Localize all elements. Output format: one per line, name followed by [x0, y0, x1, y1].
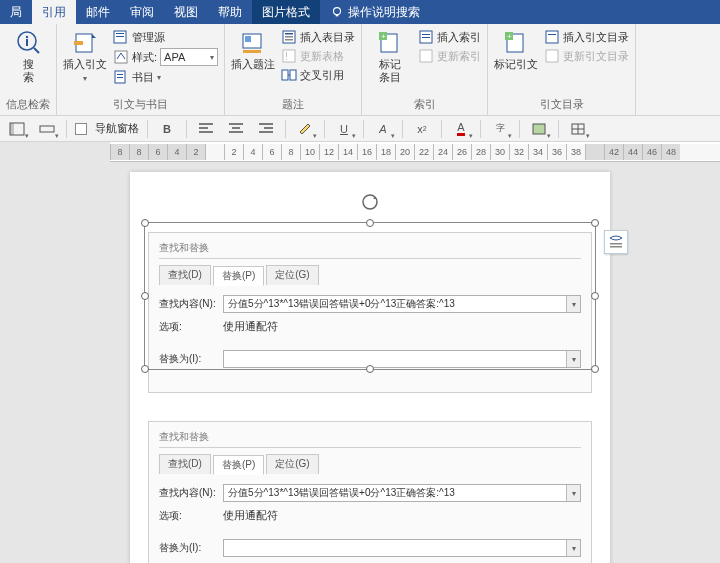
dialog-title: 查找和替换 [159, 430, 581, 448]
svg-rect-25 [290, 70, 296, 80]
ruler-tick [585, 144, 604, 160]
ruler-tick: 2 [186, 144, 205, 160]
highlight-button[interactable] [294, 119, 316, 139]
mark-citation-button[interactable]: + 标记引文 [494, 26, 538, 71]
insert-tof-button[interactable]: 插入表目录 [281, 29, 355, 45]
embedded-dialog-image[interactable]: 查找和替换 查找(D) 替换(P) 定位(G) 查找内容(N):分值5分^13*… [148, 232, 592, 393]
svg-rect-24 [282, 70, 288, 80]
cross-reference-button[interactable]: 交叉引用 [281, 67, 355, 83]
insert-citation-button[interactable]: 插入引文▾ [63, 26, 107, 83]
ruler-tick: 14 [338, 144, 357, 160]
highlight-icon [298, 122, 312, 136]
update-index-button[interactable]: 更新索引 [418, 48, 481, 64]
align-center-button[interactable] [225, 119, 247, 139]
ruler-tick: 44 [623, 144, 642, 160]
shading-button[interactable] [528, 119, 550, 139]
align-left-button[interactable] [195, 119, 217, 139]
font-button[interactable]: A [372, 119, 394, 139]
tab-bar: 局 引用 邮件 审阅 视图 帮助 图片格式 操作说明搜索 [0, 0, 720, 24]
ruler-tick: 2 [224, 144, 243, 160]
options-value: 使用通配符 [223, 508, 278, 523]
update-icon [544, 48, 560, 64]
tab-tell-me[interactable]: 操作说明搜索 [320, 0, 430, 24]
insert-caption-button[interactable]: 插入题注 [231, 26, 275, 71]
insert-toa-button[interactable]: 插入引文目录 [544, 29, 629, 45]
citation-style-row: 样式: APA▾ [113, 48, 218, 66]
separator [558, 120, 559, 138]
mark-entry-button[interactable]: + 标记 条目 [368, 26, 412, 83]
ruler-tick: 6 [262, 144, 281, 160]
svg-rect-46 [610, 246, 622, 248]
citation-style-select[interactable]: APA▾ [160, 48, 218, 66]
group-index: + 标记 条目 插入索引 更新索引 索引 [362, 24, 488, 115]
embedded-dialog-image[interactable]: 查找和替换 查找(D) 替换(P) 定位(G) 查找内容(N):分值5分^13*… [148, 421, 592, 563]
svg-text:!: ! [285, 51, 288, 62]
svg-text:+: + [507, 32, 512, 41]
tof-icon [281, 29, 297, 45]
svg-rect-14 [117, 77, 123, 78]
svg-rect-32 [420, 50, 432, 62]
manage-sources-button[interactable]: 管理源 [113, 29, 218, 45]
separator [480, 120, 481, 138]
chevron-down-icon: ▾ [566, 351, 580, 367]
align-right-button[interactable] [255, 119, 277, 139]
index-icon [418, 29, 434, 45]
dialog-tab-find: 查找(D) [159, 454, 211, 474]
bibliography-icon [113, 69, 129, 85]
update-table-button[interactable]: !更新表格 [281, 48, 355, 64]
ruler-tick: 24 [433, 144, 452, 160]
tab-picture-format[interactable]: 图片格式 [252, 0, 320, 24]
insert-index-button[interactable]: 插入索引 [418, 29, 481, 45]
tab-help[interactable]: 帮助 [208, 0, 252, 24]
group-toa-label: 引文目录 [494, 95, 629, 115]
find-value: 分值5分^13*^13错误回答错误+0分^13正确答案:^13 [228, 486, 455, 500]
nav-pane-label: 导航窗格 [95, 121, 139, 136]
svg-rect-45 [610, 243, 622, 245]
tab-references[interactable]: 引用 [32, 0, 76, 24]
ruler-button[interactable] [36, 119, 58, 139]
svg-rect-37 [548, 34, 556, 35]
svg-rect-9 [116, 33, 124, 34]
ruler-tick: 4 [167, 144, 186, 160]
layout-button[interactable] [6, 119, 28, 139]
ruler-tick: 20 [395, 144, 414, 160]
dialog-tab-goto: 定位(G) [266, 265, 318, 285]
separator [186, 120, 187, 138]
tab-mailings[interactable]: 邮件 [76, 0, 120, 24]
update-toa-label: 更新引文目录 [563, 49, 629, 64]
dialog-tabs: 查找(D) 替换(P) 定位(G) [159, 265, 581, 285]
layout-options-button[interactable] [604, 230, 628, 254]
smart-lookup-button[interactable]: 搜 索 [6, 26, 50, 83]
underline-button[interactable]: U [333, 119, 355, 139]
document-canvas[interactable]: 查找和替换 查找(D) 替换(P) 定位(G) 查找内容(N):分值5分^13*… [0, 162, 720, 563]
ruler-tick: 30 [490, 144, 509, 160]
group-index-label: 索引 [368, 95, 481, 115]
mark-citation-label: 标记引文 [494, 58, 538, 71]
borders-button[interactable] [567, 119, 589, 139]
mark-entry-label: 标记 条目 [379, 58, 401, 83]
bold-button[interactable]: B [156, 119, 178, 139]
mark-entry-icon: + [377, 31, 403, 55]
tab-review[interactable]: 审阅 [120, 0, 164, 24]
borders-icon [571, 123, 585, 135]
options-label: 选项: [159, 320, 217, 334]
bibliography-button[interactable]: 书目 ▾ [113, 69, 218, 85]
horizontal-ruler[interactable]: 8864224681012141618202224262830323436384… [110, 142, 720, 162]
insert-toa-label: 插入引文目录 [563, 30, 629, 45]
ruler-tick: 28 [471, 144, 490, 160]
align-left-icon [199, 123, 213, 135]
superscript-button[interactable]: x2 [411, 119, 433, 139]
nav-pane-checkbox[interactable] [75, 123, 87, 135]
update-toa-button[interactable]: 更新引文目录 [544, 48, 629, 64]
formatting-bar: 导航窗格 B U A x2 A 字 [0, 116, 720, 142]
phonetic-button[interactable]: 字 [489, 119, 511, 139]
style-value: APA [164, 51, 185, 63]
tab-layout[interactable]: 局 [0, 0, 32, 24]
group-research: 搜 索 信息检索 [0, 24, 57, 115]
ruler-tick: 22 [414, 144, 433, 160]
svg-rect-17 [243, 50, 261, 53]
tab-view[interactable]: 视图 [164, 0, 208, 24]
ruler-tick: 4 [243, 144, 262, 160]
svg-rect-4 [26, 39, 28, 46]
font-color-button[interactable]: A [450, 119, 472, 139]
